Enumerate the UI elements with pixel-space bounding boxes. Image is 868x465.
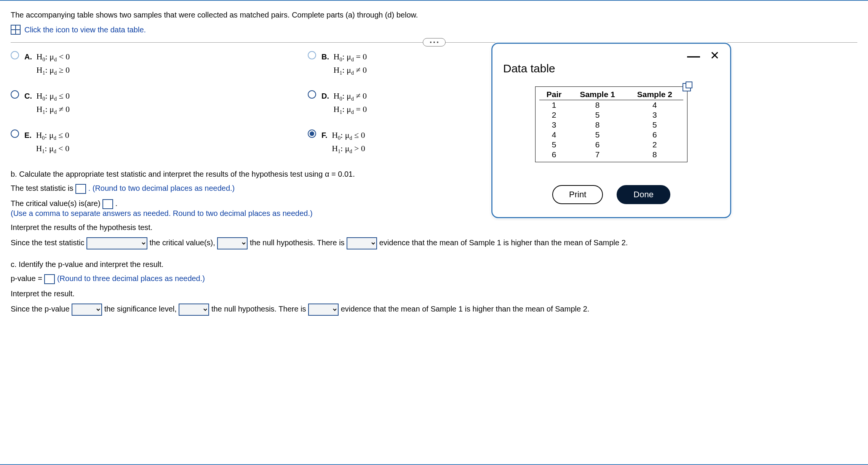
radio-C[interactable] [11,90,19,99]
cell: 3 [539,120,569,130]
cell: 2 [626,140,683,150]
choice-label: C. [24,92,32,100]
drop-evidence-c[interactable] [308,304,339,316]
interpretation-sentence-b: Since the test statistic the critical va… [11,237,857,249]
col-sample1: Sample 1 [569,89,626,100]
hypothesis-h1: H1: μd ≠ 0 [334,65,367,75]
radio-D[interactable] [308,90,316,99]
choice-label: B. [321,53,329,61]
interpret-label-c: Interpret the result. [11,289,857,298]
table-row: 456 [539,130,683,140]
drop-reject[interactable] [217,237,248,249]
hypothesis-h1: H1: μd ≥ 0 [37,65,70,75]
table-row: 562 [539,140,683,150]
cell: 5 [569,110,626,120]
hypothesis-h0: H0: μd ≤ 0 [37,91,70,101]
cell: 8 [626,150,683,160]
data-table-frame: Pair Sample 1 Sample 2 18425338545656267… [535,86,687,162]
round-hint: . (Round to two decimal places as needed… [88,184,235,193]
print-button[interactable]: Print [552,185,603,204]
cell: 5 [626,120,683,130]
crit-hint: (Use a comma to separate answers as need… [11,209,313,217]
done-button[interactable]: Done [617,185,670,204]
choice-label: E. [24,131,32,139]
radio-A[interactable] [11,51,19,59]
hypothesis-h0: H0: μd ≤ 0 [36,130,69,140]
cell: 6 [569,140,626,150]
radio-E[interactable] [11,129,19,138]
copy-icon[interactable] [683,83,691,91]
drop-reject-c[interactable] [179,304,209,316]
hypothesis-h1: H1: μd > 0 [332,144,365,153]
data-table: Pair Sample 1 Sample 2 18425338545656267… [539,89,683,160]
hypothesis-h0: H0: μd = 0 [334,52,367,61]
cell: 8 [569,120,626,130]
choice-label: F. [321,131,328,139]
part-c-prompt: c. Identify the p-value and interpret th… [11,260,857,269]
col-pair: Pair [539,89,569,100]
p-value-input[interactable] [44,274,55,284]
cell: 2 [539,110,569,120]
choice-label: A. [24,53,32,61]
table-row: 678 [539,150,683,160]
cell: 7 [569,150,626,160]
choice-E[interactable]: E. H0: μd ≤ 0 E. H1: μd < 0 [11,129,285,156]
hypothesis-h1: H1: μd ≠ 0 [37,104,70,114]
data-table-icon[interactable] [11,25,21,35]
cell: 3 [626,110,683,120]
cell: 5 [539,140,569,150]
choice-C[interactable]: C. H0: μd ≤ 0 C. H1: μd ≠ 0 [11,89,285,117]
choice-A[interactable]: A. H0: μd < 0 A. H1: μd ≥ 0 [11,50,285,77]
hypothesis-h1: H1: μd < 0 [36,144,69,153]
hypothesis-h1: H1: μd = 0 [334,104,367,114]
choice-label: D. [321,92,329,100]
interpretation-sentence-c: Since the p-value the significance level… [11,304,857,316]
radio-B[interactable] [308,51,316,59]
table-row: 385 [539,120,683,130]
cell: 6 [626,130,683,140]
question-intro: The accompanying table shows two samples… [11,11,857,19]
cell: 6 [539,150,569,160]
cell: 4 [626,100,683,110]
modal-title: Data table [503,62,719,75]
cell: 1 [539,100,569,110]
pval-hint: (Round to three decimal places as needed… [57,275,205,283]
critical-value-input[interactable] [102,199,113,209]
p-value-line: p-value = (Round to three decimal places… [11,274,857,284]
cell: 4 [539,130,569,140]
data-table-modal: — ✕ Data table Pair Sample 1 Sample 2 18… [491,43,731,218]
radio-F[interactable] [308,129,316,138]
table-row: 253 [539,110,683,120]
interpret-label: Interpret the results of the hypothesis … [11,223,857,232]
ellipsis-icon[interactable] [423,38,446,46]
minimize-icon[interactable]: — [687,53,700,59]
drop-compare-pvalue[interactable] [72,304,102,316]
close-icon[interactable]: ✕ [710,52,719,59]
col-sample2: Sample 2 [626,89,683,100]
test-statistic-input[interactable] [75,184,86,194]
open-data-table-link[interactable]: Click the icon to view the data table. [24,26,146,34]
hypothesis-h0: H0: μd < 0 [37,52,70,61]
cell: 5 [569,130,626,140]
hypothesis-h0: H0: μd ≤ 0 [332,130,365,140]
drop-compare-statistic[interactable] [86,237,147,249]
table-row: 184 [539,100,683,110]
drop-evidence[interactable] [347,237,377,249]
hypothesis-h0: H0: μd ≠ 0 [334,91,367,101]
cell: 8 [569,100,626,110]
